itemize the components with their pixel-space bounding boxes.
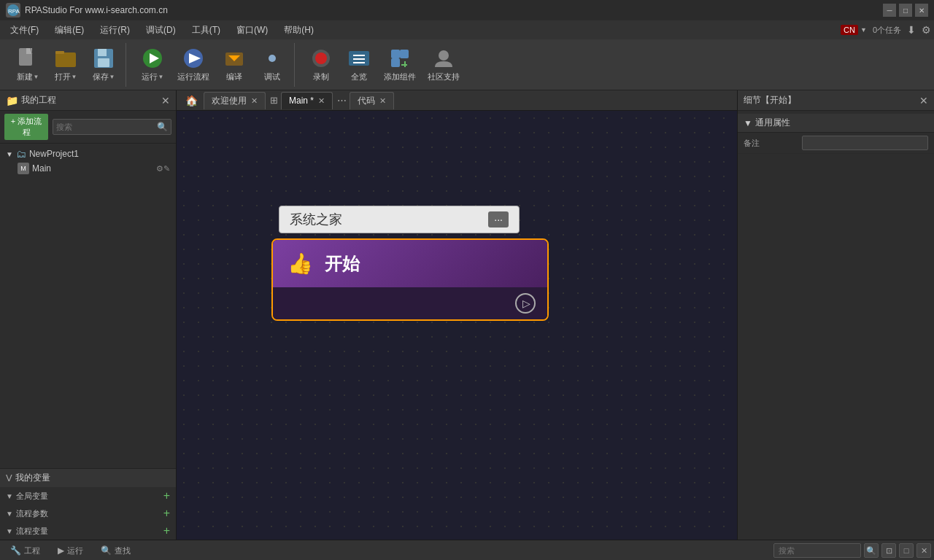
add-global-var-button[interactable]: + (163, 489, 170, 502)
svg-point-17 (269, 55, 276, 62)
tab-code-label: 代码 (358, 95, 375, 107)
flow-start-node[interactable]: 👍 开始 ▷ (271, 238, 549, 321)
bottom-tab-find[interactable]: 🔍 查找 (93, 544, 138, 558)
main-file-item[interactable]: M Main ⚙✎ (3, 161, 173, 176)
variables-header: V 我的变量 (0, 469, 176, 487)
project-search-input[interactable] (56, 122, 157, 131)
flow-title-text: 系统之家 (290, 211, 342, 228)
menubar: 文件(F) 编辑(E) 运行(R) 调试(D) 工具(T) 窗口(W) 帮助(H… (0, 20, 934, 39)
flow-params-section[interactable]: ▼ 流程参数 + (0, 505, 176, 522)
toolbar: 新建 ▼ 打开 ▼ 保存 ▼ (0, 39, 934, 90)
add-flow-param-button[interactable]: + (163, 507, 170, 520)
tab-code[interactable]: 代码 ✕ (350, 92, 394, 109)
language-selector[interactable]: CN ▼ (841, 25, 867, 35)
menu-edit[interactable]: 编辑(E) (47, 23, 91, 38)
bottom-search-input[interactable] (773, 543, 861, 558)
bottom-close-button[interactable]: ✕ (916, 543, 931, 558)
tab-welcome[interactable]: 欢迎使用 ✕ (204, 92, 266, 109)
tab-main[interactable]: Main * ✕ (281, 92, 333, 109)
project-search-box[interactable]: 🔍 (53, 119, 171, 135)
svg-rect-26 (391, 58, 400, 67)
maximize-button[interactable]: □ (899, 4, 912, 17)
props-section: ▼ 通用属性 备注 (738, 111, 934, 157)
settings-icon[interactable]: ⚙ (922, 24, 931, 36)
record-button[interactable]: 录制 (304, 44, 339, 85)
add-flow-button[interactable]: + 添加流程 (4, 114, 48, 140)
bottom-ctrl-2[interactable]: □ (899, 543, 914, 558)
open-button[interactable]: 打开 ▼ (48, 44, 83, 85)
add-component-icon (388, 47, 412, 70)
community-icon (432, 47, 455, 70)
close-project-panel-button[interactable]: ✕ (161, 95, 170, 106)
compile-icon (223, 47, 246, 70)
run-flow-label: 运行流程 (177, 71, 209, 82)
canvas-area[interactable]: 系统之家 ··· 👍 开始 ▷ (177, 111, 737, 540)
tab-main-close-icon[interactable]: ✕ (318, 96, 325, 106)
add-component-button[interactable]: 添加组件 (379, 44, 420, 85)
menu-window[interactable]: 窗口(W) (229, 23, 275, 38)
run-button[interactable]: 运行 ▼ (135, 44, 170, 85)
project-header-left: 📁 我的工程 (6, 94, 56, 106)
record-icon (309, 47, 333, 70)
download-icon[interactable]: ⬇ (907, 24, 916, 36)
community-label: 社区支持 (428, 71, 460, 82)
bottom-panel: 🔧 工程 ▶ 运行 🔍 查找 🔍 ⊡ □ ✕ 12 [2019/09/16 12… (0, 540, 934, 560)
menu-help[interactable]: 帮助(H) (277, 23, 321, 38)
app-logo: RPA (6, 3, 20, 18)
new-arrow-icon: ▼ (34, 74, 39, 80)
menu-file[interactable]: 文件(F) (3, 23, 46, 38)
svg-text:RPA: RPA (8, 8, 20, 15)
community-button[interactable]: 社区支持 (423, 44, 464, 85)
tab-grid-icon: ⊞ (267, 95, 281, 106)
search-go-button[interactable]: 🔍 (864, 543, 879, 558)
bottom-tabs-bar: 🔧 工程 ▶ 运行 🔍 查找 🔍 ⊡ □ ✕ (0, 540, 934, 560)
flow-title-node[interactable]: 系统之家 ··· (279, 206, 520, 233)
menu-tools[interactable]: 工具(T) (185, 23, 228, 38)
debug-icon (260, 47, 284, 70)
search-icon: 🔍 (157, 122, 168, 132)
home-tab-icon[interactable]: 🏠 (180, 92, 204, 109)
tab-main-label: Main * (289, 96, 314, 106)
toolbar-group-new: 新建 ▼ 打开 ▼ 保存 ▼ (6, 43, 126, 87)
project-panel-title: 我的工程 (21, 94, 56, 106)
compile-button[interactable]: 编译 (217, 44, 252, 85)
add-flow-var-button[interactable]: + (163, 524, 170, 537)
save-button[interactable]: 保存 ▼ (86, 44, 121, 85)
tab-code-close-icon[interactable]: ✕ (379, 96, 386, 106)
close-button[interactable]: ✕ (915, 4, 928, 17)
bottom-tab-project[interactable]: 🔧 工程 (3, 544, 47, 558)
close-right-panel-button[interactable]: ✕ (919, 95, 928, 106)
minimize-button[interactable]: ─ (883, 4, 896, 17)
toolbar-group-run: 运行 ▼ 运行流程 编译 调试 (131, 43, 295, 87)
bottom-tab-find-label: 查找 (115, 545, 131, 556)
bottom-ctrl-1[interactable]: ⊡ (881, 543, 896, 558)
bottom-tab-run[interactable]: ▶ 运行 (50, 544, 90, 558)
flow-start-inner: 👍 开始 (273, 240, 547, 287)
run-label: 运行 (142, 71, 158, 82)
global-vars-section[interactable]: ▼ 全局变量 + (0, 487, 176, 505)
titlebar-left: RPA RPAStudio For www.i-search.com.cn (6, 3, 168, 18)
start-node-label: 开始 (325, 252, 360, 276)
overview-button[interactable]: 全览 (341, 44, 377, 85)
remark-input[interactable] (802, 136, 928, 150)
project-folder-icon: 🗂 (16, 148, 26, 160)
svg-rect-8 (98, 49, 107, 56)
language-chevron-icon: ▼ (860, 26, 867, 34)
project-item[interactable]: ▼ 🗂 NewProject1 (3, 147, 173, 161)
svg-rect-24 (391, 50, 400, 58)
flow-play-button[interactable]: ▷ (515, 293, 536, 314)
run-icon (141, 47, 164, 70)
run-flow-button[interactable]: 运行流程 (173, 44, 214, 85)
svg-rect-5 (55, 52, 76, 67)
menu-run[interactable]: 运行(R) (93, 23, 137, 38)
project-panel-header: 📁 我的工程 ✕ (0, 90, 176, 111)
compile-label: 编译 (226, 71, 242, 82)
save-label: 保存 (93, 71, 109, 82)
flow-title-menu-button[interactable]: ··· (488, 211, 509, 228)
debug-button[interactable]: 调试 (255, 44, 290, 85)
new-button[interactable]: 新建 ▼ (10, 44, 45, 85)
tab-welcome-close-icon[interactable]: ✕ (251, 96, 258, 106)
flow-vars-section[interactable]: ▼ 流程变量 + (0, 522, 176, 540)
menu-debug[interactable]: 调试(D) (139, 23, 183, 38)
main-file-label: Main (32, 163, 51, 174)
